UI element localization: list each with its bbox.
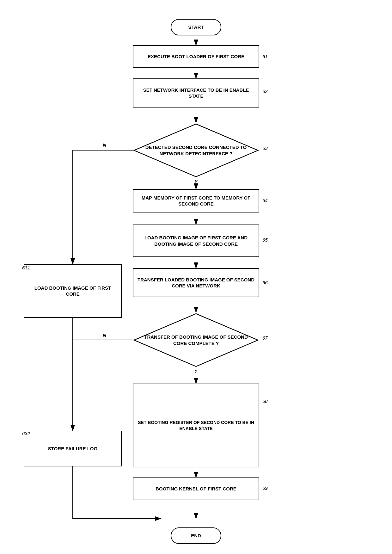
start-shape: START	[171, 19, 221, 35]
s67-ref: 67	[262, 335, 268, 341]
s64-shape: MAP MEMORY OF FIRST CORE TO MEMORY OF SE…	[133, 189, 259, 212]
s65-label: LOAD BOOTING IMAGE OF FIRST CORE AND BOO…	[133, 233, 259, 249]
s69-label: BOOTING KERNEL OF FIRST CORE	[152, 484, 240, 494]
s67-n-label: N	[103, 333, 106, 338]
s63-label: DETECTED SECOND CORE CONNECTED TO NETWOR…	[133, 141, 259, 160]
s63-ref: 63	[262, 145, 268, 151]
s632-ref: 632	[22, 431, 30, 436]
s65-ref: 65	[262, 237, 268, 243]
s62-label: SET NETWORK INTERFACE TO BE IN ENABLE ST…	[133, 85, 259, 101]
flowchart-diagram: START EXECUTE BOOT LOADER OF FIRST CORE …	[0, 0, 392, 554]
s63-y-label: Y	[194, 179, 198, 184]
start-label: START	[185, 22, 208, 32]
s62-shape: SET NETWORK INTERFACE TO BE IN ENABLE ST…	[133, 78, 259, 108]
s66-label: TRANSFER LOADED BOOTING IMAGE OF SECOND …	[133, 275, 259, 291]
s68-label: SET BOOTING REGISTER OF SECOND CORE TO B…	[133, 418, 259, 433]
s63-shape: DETECTED SECOND CORE CONNECTED TO NETWOR…	[133, 123, 259, 178]
s66-shape: TRANSFER LOADED BOOTING IMAGE OF SECOND …	[133, 268, 259, 297]
s64-ref: 64	[262, 198, 268, 203]
s64-label: MAP MEMORY OF FIRST CORE TO MEMORY OF SE…	[133, 193, 259, 209]
s67-shape: TRANSFER OF BOOTING IMAGE OF SECOND CORE…	[133, 312, 259, 368]
s631-shape: LOAD BOOTING IMAGE OF FIRST CORE	[24, 264, 122, 318]
s69-ref: 69	[262, 485, 268, 491]
s63-n-label: N	[103, 142, 106, 148]
s67-y-label: Y	[194, 368, 198, 374]
s631-ref: 631	[22, 265, 30, 270]
s65-shape: LOAD BOOTING IMAGE OF FIRST CORE AND BOO…	[133, 225, 259, 257]
s68-shape: SET BOOTING REGISTER OF SECOND CORE TO B…	[133, 384, 259, 467]
s61-ref: 61	[262, 54, 268, 59]
s61-shape: EXECUTE BOOT LOADER OF FIRST CORE	[133, 45, 259, 68]
s69-shape: BOOTING KERNEL OF FIRST CORE	[133, 477, 259, 500]
s61-label: EXECUTE BOOT LOADER OF FIRST CORE	[144, 52, 248, 62]
s631-label: LOAD BOOTING IMAGE OF FIRST CORE	[24, 283, 121, 299]
s632-label: STORE FAILURE LOG	[44, 444, 101, 454]
s632-shape: STORE FAILURE LOG	[24, 431, 122, 466]
s66-ref: 66	[262, 280, 268, 285]
end-shape: END	[171, 527, 221, 544]
s67-label: TRANSFER OF BOOTING IMAGE OF SECOND CORE…	[133, 331, 259, 349]
end-label: END	[187, 531, 205, 541]
s68-ref: 68	[262, 398, 268, 404]
s62-ref: 62	[262, 89, 268, 94]
